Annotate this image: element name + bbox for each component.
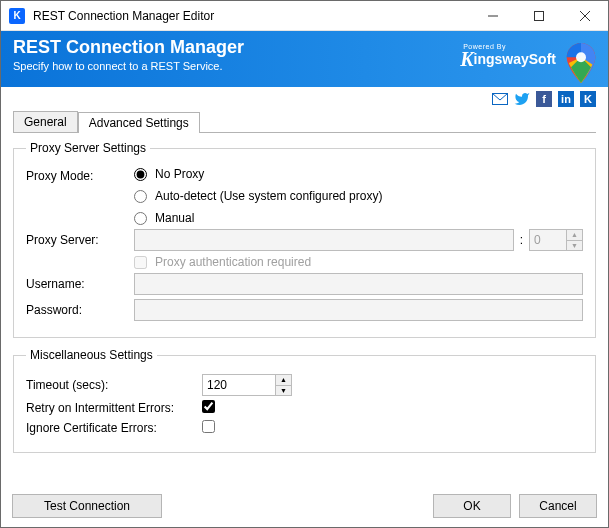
footer: Test Connection OK Cancel <box>12 494 597 518</box>
twitter-icon[interactable] <box>514 91 530 107</box>
proxy-port-down-icon[interactable]: ▼ <box>567 240 582 251</box>
cancel-button[interactable]: Cancel <box>519 494 597 518</box>
timeout-up-icon[interactable]: ▲ <box>276 375 291 385</box>
google-maps-icon <box>566 43 596 83</box>
svg-point-4 <box>576 52 586 62</box>
titlebar: K REST Connection Manager Editor <box>1 1 608 31</box>
radio-auto-detect[interactable]: Auto-detect (Use system configured proxy… <box>134 189 583 203</box>
timeout-down-icon[interactable]: ▼ <box>276 385 291 396</box>
proxy-port-up-icon[interactable]: ▲ <box>567 230 582 240</box>
proxy-port-separator: : <box>520 233 523 247</box>
proxy-port-spinner[interactable]: 0 ▲ ▼ <box>529 229 583 251</box>
proxy-password-label: Password: <box>26 303 134 317</box>
retry-label: Retry on Intermittent Errors: <box>26 401 202 415</box>
proxy-server-label: Proxy Server: <box>26 233 134 247</box>
proxy-username-label: Username: <box>26 277 134 291</box>
retry-checkbox[interactable] <box>202 400 215 413</box>
maximize-button[interactable] <box>516 1 562 30</box>
header-title: REST Connection Manager <box>13 37 244 57</box>
facebook-icon[interactable]: f <box>536 91 552 107</box>
radio-no-proxy[interactable]: No Proxy <box>134 167 583 181</box>
header-banner: REST Connection Manager Specify how to c… <box>1 31 608 87</box>
tab-advanced-settings[interactable]: Advanced Settings <box>78 112 200 133</box>
tab-strip: General Advanced Settings <box>13 111 596 133</box>
window-title: REST Connection Manager Editor <box>33 9 214 23</box>
ok-button[interactable]: OK <box>433 494 511 518</box>
minimize-button[interactable] <box>470 1 516 30</box>
misc-legend: Miscellaneous Settings <box>26 348 157 362</box>
proxy-legend: Proxy Server Settings <box>26 141 150 155</box>
proxy-server-input[interactable] <box>134 229 514 251</box>
close-button[interactable] <box>562 1 608 30</box>
misc-settings-group: Miscellaneous Settings Timeout (secs): 1… <box>13 348 596 453</box>
proxy-username-input[interactable] <box>134 273 583 295</box>
kingswaysoft-icon[interactable]: K <box>580 91 596 107</box>
timeout-label: Timeout (secs): <box>26 378 202 392</box>
ignore-cert-checkbox[interactable] <box>202 420 215 433</box>
timeout-spinner[interactable]: 120 ▲ ▼ <box>202 374 292 396</box>
svg-rect-1 <box>535 11 544 20</box>
radio-manual[interactable]: Manual <box>134 211 583 225</box>
kingswaysoft-logo: Powered By KingswaySoft <box>460 43 556 67</box>
proxy-mode-label: Proxy Mode: <box>26 167 134 183</box>
proxy-settings-group: Proxy Server Settings Proxy Mode: No Pro… <box>13 141 596 338</box>
test-connection-button[interactable]: Test Connection <box>12 494 162 518</box>
mail-icon[interactable] <box>492 91 508 107</box>
tab-general[interactable]: General <box>13 111 78 132</box>
ignore-cert-label: Ignore Certificate Errors: <box>26 421 202 435</box>
proxy-password-input[interactable] <box>134 299 583 321</box>
social-row: f in K <box>1 87 608 111</box>
app-icon: K <box>9 8 25 24</box>
header-subtitle: Specify how to connect to a REST Service… <box>13 59 244 73</box>
linkedin-icon[interactable]: in <box>558 91 574 107</box>
proxy-auth-checkbox[interactable]: Proxy authentication required <box>134 255 583 269</box>
